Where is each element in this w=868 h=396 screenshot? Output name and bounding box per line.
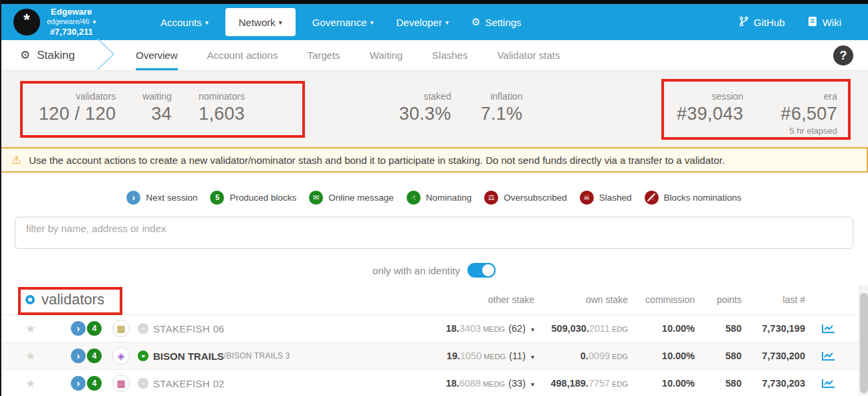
summary-counts-group: validators 120 / 120 waiting 34 nominato… <box>39 91 245 124</box>
summary-session: session #39,043 <box>677 91 744 136</box>
edgeware-logo-icon: * <box>13 9 40 35</box>
warning-icon: ⚠ <box>11 153 21 167</box>
summary-epoch-group: session #39,043 era #6,507 5 hr elapsed <box>677 91 837 136</box>
produced-blocks-badge: 4 <box>87 376 102 391</box>
identicon: ◈ <box>112 347 130 365</box>
validator-identity[interactable]: ▦ – STAKEFISH 06 <box>112 320 407 337</box>
legend-oversubscribed: ⚖ Oversubscribed <box>484 191 567 205</box>
staking-summary: validators 120 / 120 waiting 34 nominato… <box>0 71 868 147</box>
staking-icon: ⚙ <box>20 48 30 62</box>
chevron-down-icon: ▾ <box>93 18 96 25</box>
scrollbar-thumb[interactable] <box>860 293 868 393</box>
filter-input[interactable] <box>15 217 853 249</box>
chart-button[interactable] <box>805 379 852 389</box>
identity-toggle[interactable] <box>467 263 496 278</box>
chain-name: Edgeware <box>51 7 92 17</box>
validator-identity[interactable]: ▩ – STAKEFISH 02 <box>112 375 407 392</box>
summary-nominators: nominators 1,603 <box>199 91 245 124</box>
validator-name: STAKEFISH 06 <box>153 323 225 334</box>
next-session-icon: › <box>126 191 140 205</box>
tab-waiting[interactable]: Waiting <box>370 40 403 70</box>
col-last-block: last # <box>742 294 805 305</box>
commission-cell: 10.00% <box>628 323 695 334</box>
chart-button[interactable] <box>805 324 852 334</box>
nav-governance[interactable]: Governance▾ <box>301 4 385 40</box>
legend-slashed: ☠ Slashed <box>580 191 632 205</box>
favorite-star-icon[interactable]: ★ <box>0 349 48 363</box>
hand-slash-icon: ☝ <box>645 191 659 205</box>
row-badges: › 4 <box>48 376 112 391</box>
github-link[interactable]: GitHub <box>740 16 785 29</box>
own-stake-cell: 0.0099EDG <box>534 351 628 361</box>
vertical-scrollbar[interactable] <box>859 285 868 396</box>
col-other-stake: other stake <box>407 294 534 305</box>
produced-blocks-icon: 5 <box>210 191 224 205</box>
identity-toggle-label: only with an identity <box>372 265 460 276</box>
verified-link-icon: ⚭ <box>138 351 148 361</box>
warning-text: Use the account actions to create a new … <box>29 155 725 166</box>
summary-staked: staked 30.3% <box>399 91 451 124</box>
last-block-cell: 7,730,200 <box>742 351 805 361</box>
wiki-link-label: Wiki <box>823 17 841 28</box>
legend-blocks-nominations: ☝ Blocks nominations <box>645 191 742 205</box>
tab-overview[interactable]: Overview <box>136 40 178 70</box>
gears-icon: ⚙ <box>471 16 480 28</box>
summary-era: era #6,507 5 hr elapsed <box>781 91 837 136</box>
validator-subname: /BISON TRAILS 3 <box>224 351 290 361</box>
external-links: GitHub Wiki <box>740 16 841 29</box>
section-staking: ⚙ Staking <box>0 48 90 62</box>
last-block-cell: 7,730,203 <box>742 378 805 389</box>
scale-icon: ⚖ <box>484 191 498 205</box>
row-badges: › 4 <box>48 321 112 336</box>
chart-button[interactable] <box>805 351 852 361</box>
tab-account-actions[interactable]: Account actions <box>207 40 278 70</box>
next-session-badge: › <box>71 376 86 391</box>
no-judgement-icon: – <box>138 378 148 389</box>
nav-developer[interactable]: Developer▾ <box>385 4 460 40</box>
help-button[interactable]: ? <box>833 45 853 66</box>
chevron-down-icon: ▾ <box>370 19 374 26</box>
tab-targets[interactable]: Targets <box>307 40 340 70</box>
nav-settings[interactable]: ⚙Settings <box>460 4 533 40</box>
hand-icon: ☝ <box>407 191 421 205</box>
identity-filter-row: only with an identity <box>0 262 868 278</box>
staking-overview-page: * Edgeware edgeware/46▾ #7,730,211 Accou… <box>0 0 868 396</box>
staking-warning-banner: ⚠ Use the account actions to create a ne… <box>0 147 868 173</box>
produced-blocks-badge: 4 <box>87 321 102 336</box>
points-cell: 580 <box>695 351 742 361</box>
favorite-star-icon[interactable]: ★ <box>0 322 48 336</box>
era-elapsed: 5 hr elapsed <box>781 126 837 136</box>
chevron-down-icon: ▾ <box>205 19 209 26</box>
favorite-star-icon[interactable]: ★ <box>0 377 48 391</box>
validator-identity[interactable]: ◈ ⚭ BISON TRAILS /BISON TRAILS 3 <box>112 347 407 365</box>
validator-row-stakefish-02: ★ › 4 ▩ – STAKEFISH 02 18.6088MEDG(33)▾ … <box>0 369 868 396</box>
points-cell: 580 <box>695 378 742 389</box>
nav-accounts[interactable]: Accounts▾ <box>149 4 220 40</box>
chain-selector[interactable]: * Edgeware edgeware/46▾ #7,730,211 <box>13 7 137 37</box>
points-cell: 580 <box>695 323 742 334</box>
legend-produced-blocks: 5 Produced blocks <box>210 191 296 205</box>
chain-best-block: #7,730,211 <box>50 27 93 37</box>
app-header: * Edgeware edgeware/46▾ #7,730,211 Accou… <box>0 4 868 40</box>
window-left-edge <box>0 0 1 396</box>
col-own-stake: own stake <box>534 294 628 305</box>
tab-slashes[interactable]: Slashes <box>432 40 467 70</box>
no-judgement-icon: – <box>138 323 148 334</box>
skull-icon: ☠ <box>580 191 594 205</box>
chain-info: Edgeware edgeware/46▾ #7,730,211 <box>47 7 96 37</box>
commission-cell: 10.00% <box>628 378 695 389</box>
produced-blocks-badge: 4 <box>87 349 102 363</box>
tab-validator-stats[interactable]: Validator stats <box>497 40 560 70</box>
chevron-down-icon: ▾ <box>445 19 449 26</box>
filter-container <box>15 217 853 249</box>
wiki-link[interactable]: Wiki <box>808 16 841 29</box>
toggle-knob <box>481 263 496 278</box>
legend-nominating: ☝ Nominating <box>407 191 471 205</box>
legend-online-message: ✉ Online message <box>309 191 394 205</box>
other-stake-cell: 19.1050MEDG(11)▾ <box>407 351 534 361</box>
validator-name: BISON TRAILS <box>153 351 224 362</box>
main-nav: Accounts▾ Network▾ Governance▾ Developer… <box>149 4 533 40</box>
nav-network[interactable]: Network▾ <box>225 8 296 36</box>
validators-title: validators <box>0 291 407 308</box>
validators-table-header: validators other stake own stake commiss… <box>0 285 868 314</box>
